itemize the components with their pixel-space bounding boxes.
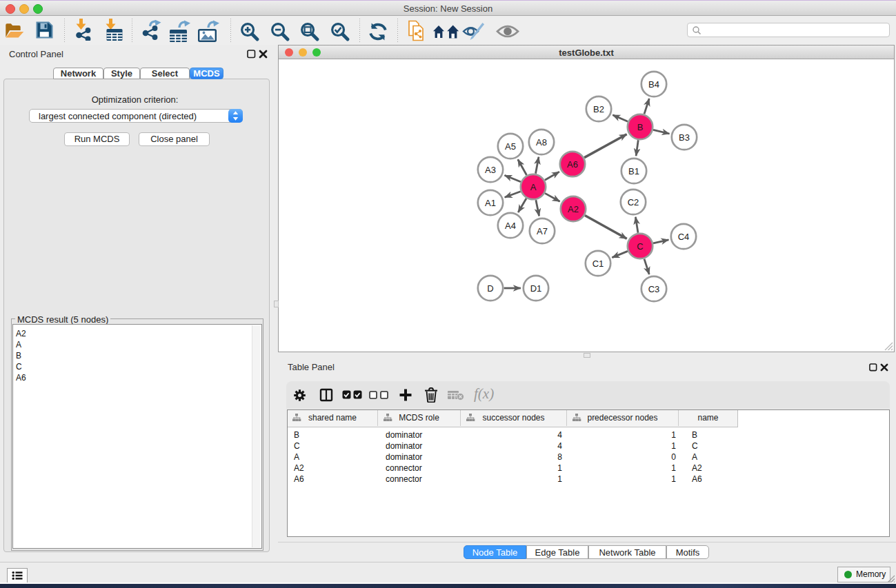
svg-text:B: B [637,122,644,132]
svg-text:B1: B1 [628,166,639,176]
svg-text:A1: A1 [485,198,496,208]
svg-text:A8: A8 [536,137,547,148]
svg-text:B2: B2 [593,104,604,114]
svg-text:D: D [487,283,493,294]
svg-text:A7: A7 [537,226,548,236]
svg-text:A3: A3 [485,165,496,175]
svg-text:B3: B3 [679,132,690,143]
svg-text:A6: A6 [567,159,578,170]
svg-text:A2: A2 [568,204,579,214]
svg-text:C: C [637,241,643,252]
svg-text:A5: A5 [505,141,516,152]
svg-text:D1: D1 [530,283,542,294]
svg-text:C3: C3 [648,284,660,294]
svg-text:C2: C2 [628,197,639,207]
svg-text:C4: C4 [678,232,690,242]
svg-text:A: A [530,182,537,192]
svg-text:C1: C1 [593,258,604,269]
svg-text:B4: B4 [648,79,659,90]
svg-text:A4: A4 [505,221,516,231]
